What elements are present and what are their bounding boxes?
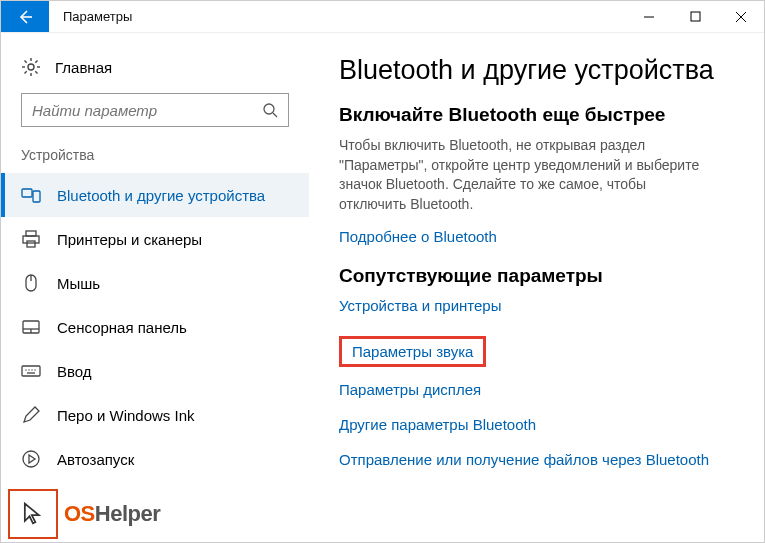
subheading: Включайте Bluetooth еще быстрее xyxy=(339,104,744,126)
search-icon xyxy=(262,102,278,118)
window-title: Параметры xyxy=(49,1,626,32)
svg-rect-15 xyxy=(23,236,39,243)
gear-icon xyxy=(21,57,41,77)
category-label: Устройства xyxy=(1,147,309,173)
printer-icon xyxy=(21,229,41,249)
sidebar-item-pen[interactable]: Перо и Windows Ink xyxy=(1,393,309,437)
sidebar-item-label: Мышь xyxy=(57,275,100,292)
related-heading: Сопутствующие параметры xyxy=(339,265,744,287)
svg-rect-12 xyxy=(22,189,32,197)
devices-icon xyxy=(21,185,41,205)
sidebar-item-label: Сенсорная панель xyxy=(57,319,187,336)
link-send-receive-files[interactable]: Отправление или получение файлов через B… xyxy=(339,451,744,468)
svg-line-11 xyxy=(273,113,277,117)
sidebar-item-label: Ввод xyxy=(57,363,92,380)
maximize-icon xyxy=(690,11,701,22)
sidebar-item-autoplay[interactable]: Автозапуск xyxy=(1,437,309,481)
sidebar-item-label: Автозапуск xyxy=(57,451,134,468)
related-section: Сопутствующие параметры Устройства и при… xyxy=(339,265,744,468)
link-sound-settings[interactable]: Параметры звука xyxy=(352,343,473,360)
svg-point-28 xyxy=(23,451,39,467)
search-wrap xyxy=(1,93,309,147)
sidebar-item-printers[interactable]: Принтеры и сканеры xyxy=(1,217,309,261)
sidebar-item-bluetooth[interactable]: Bluetooth и другие устройства xyxy=(1,173,309,217)
svg-point-26 xyxy=(34,369,35,370)
search-box[interactable] xyxy=(21,93,289,127)
home-label: Главная xyxy=(55,59,112,76)
sidebar-item-mouse[interactable]: Мышь xyxy=(1,261,309,305)
window-controls xyxy=(626,1,764,32)
svg-line-7 xyxy=(35,71,37,73)
sidebar-item-touchpad[interactable]: Сенсорная панель xyxy=(1,305,309,349)
back-arrow-icon xyxy=(17,9,33,25)
titlebar: Параметры xyxy=(1,1,764,33)
close-icon xyxy=(735,11,747,23)
highlighted-link-box: Параметры звука xyxy=(339,336,486,367)
svg-line-8 xyxy=(25,71,27,73)
page-title: Bluetooth и другие устройства xyxy=(339,55,744,86)
svg-point-25 xyxy=(31,369,32,370)
svg-rect-14 xyxy=(26,231,36,236)
sidebar: Главная Устройства Bluetooth и другие ус… xyxy=(1,33,309,542)
main-content: Bluetooth и другие устройства Включайте … xyxy=(309,33,764,542)
svg-rect-13 xyxy=(33,191,40,202)
svg-rect-0 xyxy=(691,12,700,21)
sidebar-item-label: Bluetooth и другие устройства xyxy=(57,187,265,204)
svg-rect-16 xyxy=(27,241,35,247)
description-text: Чтобы включить Bluetooth, не открывая ра… xyxy=(339,136,709,214)
minimize-button[interactable] xyxy=(626,1,672,32)
svg-point-10 xyxy=(264,104,274,114)
close-button[interactable] xyxy=(718,1,764,32)
svg-rect-22 xyxy=(22,366,40,376)
search-input[interactable] xyxy=(32,102,262,119)
mouse-icon xyxy=(21,273,41,293)
home-button[interactable]: Главная xyxy=(1,51,309,93)
sidebar-item-typing[interactable]: Ввод xyxy=(1,349,309,393)
pen-icon xyxy=(21,405,41,425)
svg-line-9 xyxy=(35,61,37,63)
svg-point-24 xyxy=(28,369,29,370)
minimize-icon xyxy=(643,11,655,23)
sidebar-item-label: Принтеры и сканеры xyxy=(57,231,202,248)
svg-line-6 xyxy=(25,61,27,63)
sidebar-item-label: Перо и Windows Ink xyxy=(57,407,195,424)
svg-point-1 xyxy=(28,64,34,70)
maximize-button[interactable] xyxy=(672,1,718,32)
back-button[interactable] xyxy=(1,1,49,32)
link-display-settings[interactable]: Параметры дисплея xyxy=(339,381,744,398)
link-other-bluetooth[interactable]: Другие параметры Bluetooth xyxy=(339,416,744,433)
touchpad-icon xyxy=(21,317,41,337)
content-area: Главная Устройства Bluetooth и другие ус… xyxy=(1,33,764,542)
learn-more-link[interactable]: Подробнее о Bluetooth xyxy=(339,228,744,245)
svg-point-23 xyxy=(25,369,26,370)
autoplay-icon xyxy=(21,449,41,469)
keyboard-icon xyxy=(21,361,41,381)
link-devices-printers[interactable]: Устройства и принтеры xyxy=(339,297,744,314)
